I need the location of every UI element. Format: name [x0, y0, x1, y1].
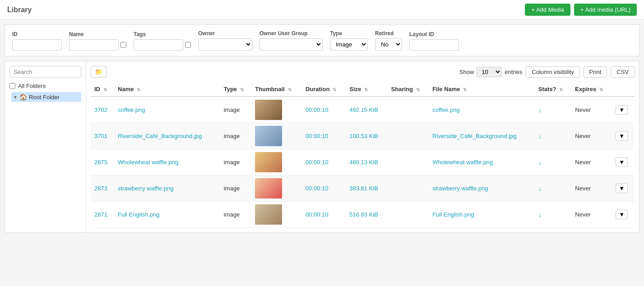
- filter-retired-label: Retired: [375, 30, 402, 37]
- filter-tags-group: Tags: [134, 31, 191, 51]
- col-filename[interactable]: File Name ⇅: [429, 82, 535, 97]
- filter-name-group: Name: [69, 31, 126, 51]
- col-stats[interactable]: Stats? ⇅: [535, 82, 572, 97]
- root-folder-label: Root Folder: [29, 94, 60, 101]
- col-id[interactable]: ID ⇅: [91, 82, 114, 97]
- all-folders-checkbox[interactable]: [9, 83, 15, 89]
- cell-duration: 00:00:10: [302, 202, 346, 228]
- duration-value: 00:00:10: [306, 106, 329, 113]
- cell-expires: Never: [571, 202, 612, 228]
- cell-sharing: [388, 175, 429, 202]
- thumbnail-image: [255, 152, 282, 172]
- filter-type-select[interactable]: Image Video Audio Flash Generic: [330, 38, 368, 51]
- filename-link[interactable]: Full English.png: [432, 211, 474, 218]
- cell-name: strawberry waffle.png: [114, 175, 220, 202]
- filter-name-input[interactable]: [69, 39, 119, 51]
- sort-size-icon: ⇅: [364, 87, 368, 92]
- folder-button[interactable]: 📁: [91, 66, 107, 78]
- name-link[interactable]: Full English.png: [118, 211, 160, 218]
- row-action-dropdown[interactable]: ▼: [616, 184, 628, 193]
- all-folders-label: All Folders: [18, 83, 46, 89]
- cell-type: image: [220, 149, 252, 175]
- page-title: Library: [7, 6, 32, 14]
- thumbnail-image: [255, 126, 282, 146]
- cell-id: 3702: [91, 97, 114, 123]
- col-name[interactable]: Name ⇅: [114, 82, 220, 97]
- name-link[interactable]: coffee.png: [118, 106, 145, 113]
- cell-sharing: [388, 123, 429, 149]
- cell-sharing: [388, 202, 429, 228]
- search-input[interactable]: [9, 66, 81, 78]
- sort-name-icon: ⇅: [137, 87, 140, 92]
- filename-link[interactable]: strawberry waffle.png: [432, 185, 488, 192]
- entries-select[interactable]: 10 25 50 100: [477, 67, 502, 77]
- col-expires[interactable]: Expires ⇅: [571, 82, 612, 97]
- stats-icon: ↓: [538, 133, 542, 140]
- id-link[interactable]: 3702: [94, 106, 107, 113]
- stats-icon: ↓: [538, 106, 542, 114]
- id-link[interactable]: 2873: [94, 185, 107, 192]
- cell-stats: ↓: [535, 175, 572, 202]
- sort-id-icon: ⇅: [103, 87, 107, 92]
- stats-icon: ↓: [538, 159, 542, 166]
- cell-action: ▼: [612, 149, 635, 175]
- col-type[interactable]: Type ⇅: [220, 82, 252, 97]
- add-media-url-button[interactable]: + Add media (URL): [574, 4, 637, 16]
- header-actions: + Add Media + Add media (URL): [525, 4, 637, 16]
- add-media-button[interactable]: + Add Media: [525, 4, 570, 16]
- col-size[interactable]: Size ⇅: [346, 82, 387, 97]
- size-value: 516.83 KiB: [349, 211, 378, 218]
- filter-owner-user-group: Owner User Group: [259, 30, 323, 51]
- folder-arrow-icon: ▼: [13, 95, 18, 100]
- cell-type: image: [220, 202, 252, 228]
- print-button[interactable]: Print: [584, 66, 607, 78]
- filename-link[interactable]: Wholewheat waffle.png: [432, 159, 493, 166]
- name-link[interactable]: strawberry waffle.png: [118, 185, 173, 192]
- name-link[interactable]: Wholewheat waffle.png: [118, 159, 178, 166]
- row-action-dropdown[interactable]: ▼: [616, 131, 628, 141]
- sort-stats-icon: ⇅: [559, 87, 563, 92]
- filter-id-input[interactable]: [12, 39, 62, 51]
- filter-name-label: Name: [69, 31, 126, 37]
- csv-button[interactable]: CSV: [611, 66, 635, 78]
- table-row: 3701 Riverside_Cafe_Background.jpg image…: [91, 123, 635, 149]
- col-thumbnail[interactable]: Thumbnail ⇅: [251, 82, 302, 97]
- name-link[interactable]: Riverside_Cafe_Background.jpg: [118, 133, 202, 139]
- table-row: 3702 coffee.png image 00:00:10 492.15 Ki…: [91, 97, 635, 123]
- duration-value: 00:00:10: [306, 159, 329, 166]
- all-folders-row: All Folders: [9, 83, 81, 89]
- filter-tags-checkbox[interactable]: [185, 42, 191, 48]
- size-value: 100.53 KiB: [349, 133, 378, 139]
- filter-owner-select[interactable]: [198, 38, 252, 51]
- cell-stats: ↓: [535, 149, 572, 175]
- id-link[interactable]: 2875: [94, 159, 107, 166]
- filename-link[interactable]: Riverside_Cafe_Background.jpg: [432, 133, 516, 139]
- cell-filename: coffee.png: [429, 97, 535, 123]
- column-visibility-button[interactable]: Column visibility: [526, 66, 579, 78]
- filter-layout-id-input[interactable]: [409, 39, 459, 51]
- filename-link[interactable]: coffee.png: [432, 106, 459, 113]
- filter-retired-select[interactable]: No Yes: [375, 38, 402, 51]
- duration-value: 00:00:10: [306, 211, 329, 218]
- cell-action: ▼: [612, 175, 635, 202]
- filter-tags-input[interactable]: [134, 39, 183, 51]
- col-sharing[interactable]: Sharing ⇅: [388, 82, 429, 97]
- col-duration[interactable]: Duration ⇅: [302, 82, 346, 97]
- root-folder-item[interactable]: ▼ 🏠 Root Folder: [11, 92, 81, 102]
- cell-duration: 00:00:10: [302, 175, 346, 202]
- table-row: 2871 Full English.png image 00:00:10 516…: [91, 202, 635, 228]
- filter-name-checkbox[interactable]: [120, 42, 126, 48]
- row-action-dropdown[interactable]: ▼: [616, 210, 628, 219]
- stats-icon: ↓: [538, 185, 542, 192]
- table-toolbar-left: 📁: [91, 66, 107, 78]
- duration-value: 00:00:10: [306, 133, 329, 139]
- filter-owner-user-group-select[interactable]: [259, 38, 323, 51]
- cell-size: 100.53 KiB: [346, 123, 387, 149]
- cell-id: 2875: [91, 149, 114, 175]
- id-link[interactable]: 3701: [94, 133, 107, 139]
- id-link[interactable]: 2871: [94, 211, 107, 218]
- row-action-dropdown[interactable]: ▼: [616, 157, 628, 167]
- duration-value: 00:00:10: [306, 185, 329, 192]
- row-action-dropdown[interactable]: ▼: [616, 105, 628, 115]
- cell-name: Wholewheat waffle.png: [114, 149, 220, 175]
